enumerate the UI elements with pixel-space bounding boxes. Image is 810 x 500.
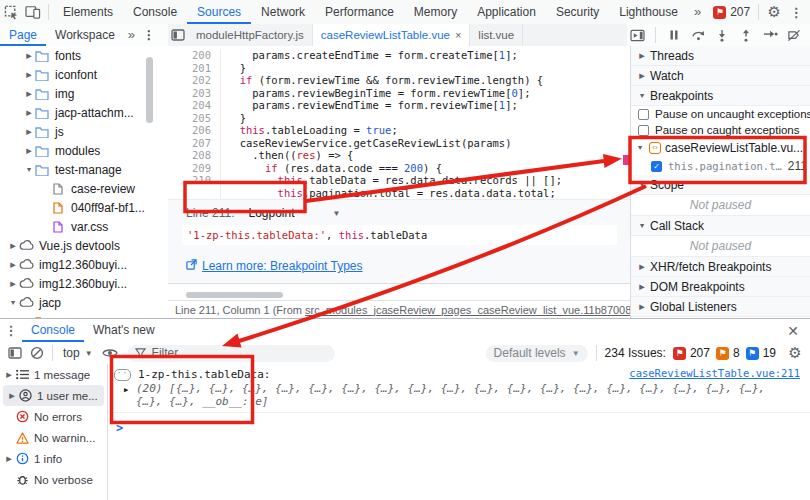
clear-console-icon[interactable] [26, 342, 48, 364]
line-number-210[interactable]: 210 [168, 174, 220, 187]
section-call-stack[interactable]: ▼Call Stack [631, 216, 810, 236]
console-log-entry[interactable]: caseReviewListTable.vue:211 ·· 1-zp-this… [108, 364, 810, 413]
panel-tab-sources[interactable]: Sources [187, 0, 251, 24]
tree-item-fonts[interactable]: ▶fonts [0, 46, 168, 65]
tree-item-js[interactable]: ▶js [0, 122, 168, 141]
line-number-205[interactable]: 205 [168, 112, 220, 125]
panel-tab-network[interactable]: Network [251, 0, 315, 24]
line-number-201[interactable]: 201 [168, 62, 220, 75]
close-tab-icon[interactable]: × [455, 24, 461, 46]
checkbox-pause-on-caught-exceptions[interactable]: Pause on caught exceptions [631, 122, 810, 138]
drawer-kebab-icon[interactable]: ⋮ [0, 320, 22, 342]
more-tabs-chevron[interactable]: » [688, 0, 707, 24]
chevron-right-icon[interactable]: ▶ [5, 454, 14, 462]
checkbox-icon[interactable] [638, 109, 649, 120]
section-threads[interactable]: ▶Threads [631, 46, 810, 66]
chevron-right-icon[interactable]: ▶ [8, 391, 17, 399]
step-icon[interactable] [760, 25, 780, 45]
issues-badge[interactable]: ⚑ 207 [713, 5, 750, 19]
issue-badges[interactable]: ⚑207⚑8⚑19 [673, 346, 776, 360]
line-number-202[interactable]: 202 [168, 74, 220, 87]
navigator-kebab-icon[interactable]: ⋮ [139, 24, 159, 46]
section-xhr-fetch-breakpoints[interactable]: ▶XHR/fetch Breakpoints [631, 257, 810, 277]
line-number-204[interactable]: 204 [168, 99, 220, 112]
chevron-right-icon[interactable]: ▶ [638, 71, 647, 79]
tree-item-040ff9af-bf1...[interactable]: 040ff9af-bf1... [0, 198, 168, 217]
toggle-debugger-sidebar-icon[interactable] [627, 25, 647, 45]
chevron-down-icon[interactable]: ▼ [9, 298, 18, 306]
context-selector[interactable]: top ▼ [57, 346, 99, 360]
console-filter-1-user-me-[interactable]: ▶1 user me... [3, 385, 104, 406]
chevron-right-icon[interactable]: ▶ [9, 260, 18, 268]
step-out-icon[interactable] [736, 25, 756, 45]
chevron-down-icon[interactable]: ▼ [638, 221, 647, 229]
source-map-link[interactable]: src_modules_jcaseReview_pages_caseReview… [305, 304, 630, 316]
panel-tab-performance[interactable]: Performance [315, 0, 404, 24]
section-dom-breakpoints[interactable]: ▶DOM Breakpoints [631, 277, 810, 297]
console-filter-no-errors[interactable]: No errors [0, 406, 107, 427]
tab-whats-new[interactable]: What's new [84, 319, 164, 342]
chevron-right-icon[interactable]: ▶ [25, 146, 34, 154]
tab-workspace[interactable]: Workspace [46, 24, 124, 46]
tree-item-jacp-attachm...[interactable]: ▶jacp-attachm... [0, 103, 168, 122]
learn-more-link[interactable]: Learn more: Breakpoint Types [202, 259, 363, 273]
line-number-208[interactable]: 208 [168, 149, 220, 162]
tab-console[interactable]: Console [22, 319, 84, 342]
chevron-right-icon[interactable]: ▶ [9, 279, 18, 287]
step-over-icon[interactable] [688, 25, 708, 45]
chevron-down-icon[interactable]: ▼ [636, 143, 645, 151]
line-number-206[interactable]: 206 [168, 124, 220, 137]
panel-tab-memory[interactable]: Memory [404, 0, 467, 24]
navigator-toggle-icon[interactable] [168, 24, 188, 46]
pause-icon[interactable] [664, 25, 684, 45]
tree-item-img12.360buyi...[interactable]: ▶img12.360buyi... [0, 255, 168, 274]
console-filter-input[interactable]: Filter [127, 345, 335, 362]
log-levels-dropdown[interactable]: Default levels ▼ [486, 345, 588, 362]
breakpoint-entry[interactable]: ✓this.pagination.t…211 [631, 157, 810, 175]
console-filter-1-info[interactable]: ▶1 info [0, 448, 107, 469]
code-editor[interactable]: 200 params.createEndTime = form.createTi… [168, 46, 630, 318]
chevron-right-icon[interactable]: ▶ [638, 262, 647, 270]
tree-item-iconfont[interactable]: ▶iconfont [0, 65, 168, 84]
tree-item-case-review[interactable]: case-review [0, 179, 168, 198]
line-number-200[interactable]: 200 [168, 49, 220, 62]
editor-tab-caseReviewListTable.vue[interactable]: caseReviewListTable.vue× [313, 24, 471, 46]
deactivate-breakpoints-icon[interactable] [784, 25, 804, 45]
tree-item-img[interactable]: ▶img [0, 84, 168, 103]
settings-gear-icon[interactable]: ⚙ [763, 1, 785, 23]
chevron-right-icon[interactable]: ▶ [25, 89, 34, 97]
inspect-icon[interactable] [0, 1, 22, 23]
editor-tab-list.vue[interactable]: list.vue [470, 24, 523, 46]
console-sidebar-toggle-icon[interactable] [4, 342, 26, 364]
panel-tab-security[interactable]: Security [546, 0, 609, 24]
line-number-203[interactable]: 203 [168, 87, 220, 100]
editor-tab-moduleHttpFactory.js[interactable]: moduleHttpFactory.js [188, 24, 313, 46]
panel-tab-console[interactable]: Console [123, 0, 187, 24]
checkbox-icon[interactable] [638, 125, 649, 136]
chevron-right-icon[interactable]: ▶ [25, 51, 34, 59]
section-global-listeners[interactable]: ▶Global Listeners [631, 297, 810, 317]
line-number-211[interactable] [168, 187, 220, 200]
chevron-right-icon[interactable]: ▶ [9, 241, 18, 249]
console-prompt[interactable]: > [116, 421, 810, 435]
chevron-right-icon[interactable]: ▶ [5, 370, 14, 378]
checkbox-pause-on-uncaught-exceptions[interactable]: Pause on uncaught exceptions [631, 106, 810, 122]
panel-tab-lighthouse[interactable]: Lighthouse [609, 0, 688, 24]
tree-item-var.css[interactable]: var.css [0, 217, 168, 236]
chevron-right-icon[interactable]: ▶ [25, 127, 34, 135]
live-expression-eye-icon[interactable] [99, 342, 121, 364]
section-watch[interactable]: ▶Watch [631, 66, 810, 86]
chevron-down-icon[interactable]: ▼ [25, 165, 34, 173]
breakpoint-checkbox-icon[interactable]: ✓ [651, 161, 662, 172]
chevron-right-icon[interactable]: ▶ [25, 108, 34, 116]
section-breakpoints[interactable]: ▼Breakpoints [631, 86, 810, 106]
tree-item-jacp[interactable]: ▼jacp [0, 293, 168, 312]
tree-item-Vue.js devtools[interactable]: ▶Vue.js devtools [0, 236, 168, 255]
chevron-right-icon[interactable]: ▶ [638, 282, 647, 290]
console-filter-1-message[interactable]: ▶1 message [0, 364, 107, 385]
editor-horizontal-scrollbar[interactable] [186, 292, 283, 298]
navigator-more-chevron[interactable]: » [124, 24, 139, 46]
breakpoint-file-group[interactable]: ▼‹›caseReviewListTable.vu... [631, 138, 810, 157]
expand-arrow-icon[interactable]: ▶ [124, 384, 128, 397]
logpoint-condition-input[interactable]: '1-zp-this.tableData:', this.tableData [182, 225, 617, 245]
